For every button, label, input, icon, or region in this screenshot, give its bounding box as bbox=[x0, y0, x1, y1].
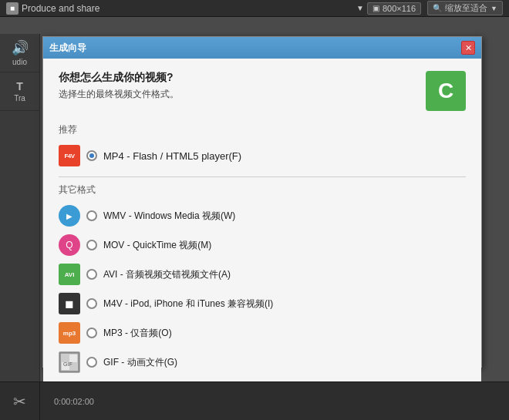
timecode: 0:00:02:00 bbox=[54, 397, 94, 406]
radio-m4v[interactable] bbox=[86, 298, 97, 309]
m4v-icon: ◼ bbox=[59, 293, 80, 314]
mov-icon-shape: Q bbox=[59, 234, 80, 256]
mp4-icon: F4V bbox=[59, 145, 80, 166]
toolbar-title: Produce and share bbox=[22, 3, 353, 14]
resolution-text: 800×116 bbox=[383, 4, 416, 13]
avi-icon: AVI bbox=[59, 264, 80, 285]
wmv-label: WMV - Windows Media 视频(W) bbox=[103, 210, 235, 223]
sidebar-item-audio[interactable]: 🔊 udio bbox=[0, 34, 39, 72]
dialog-header: 你想怎么生成你的视频? 选择生的最终视频文件格式。 C bbox=[59, 71, 466, 111]
generate-wizard-dialog: 生成向导 ✕ 你想怎么生成你的视频? 选择生的最终视频文件格式。 C 推荐 F4… bbox=[42, 36, 482, 368]
mp3-icon-shape: mp3 bbox=[59, 322, 80, 344]
gif-icon-shape: GIF bbox=[59, 351, 80, 373]
resolution-icon: ▣ bbox=[372, 4, 379, 12]
sidebar-transitions-label: Tra bbox=[14, 94, 25, 102]
dialog-subheading: 选择生的最终视频文件格式。 bbox=[59, 88, 179, 101]
m4v-label: M4V - iPod, iPhone 和 iTunes 兼容视频(I) bbox=[103, 297, 273, 311]
top-toolbar: ■ Produce and share ▼ ▣ 800×116 🔍 缩放至适合 … bbox=[0, 0, 509, 17]
sidebar-item-transitions[interactable]: T Tra bbox=[0, 72, 39, 111]
main-area: 🔊 udio T Tra 生成向导 ✕ 你想怎么生成你的视频? 选择生的最终视频… bbox=[0, 17, 509, 420]
zoom-dropdown-arrow: ▼ bbox=[490, 5, 497, 12]
gif-svg: GIF bbox=[60, 353, 79, 371]
bottom-left-icons: ✂ bbox=[0, 381, 40, 420]
radio-gif[interactable] bbox=[86, 357, 97, 368]
mp3-icon: mp3 bbox=[59, 322, 80, 344]
app-icon: ■ bbox=[6, 2, 19, 15]
section-recommend-label: 推荐 bbox=[59, 123, 466, 136]
audio-icon: 🔊 bbox=[12, 39, 29, 56]
mp4-icon-shape: F4V bbox=[59, 145, 80, 166]
bottom-toolbar: ✂ 0:00:02:00 bbox=[0, 381, 509, 420]
m4v-icon-shape: ◼ bbox=[59, 293, 80, 314]
section-other-label: 其它格式 bbox=[59, 183, 466, 197]
option-mp4-row[interactable]: F4V MP4 - Flash / HTML5 player(F) bbox=[59, 141, 466, 170]
option-m4v-row[interactable]: ◼ M4V - iPod, iPhone 和 iTunes 兼容视频(I) bbox=[59, 289, 466, 318]
zoom-badge[interactable]: 🔍 缩放至适合 ▼ bbox=[427, 1, 503, 15]
wmv-icon: ▶ bbox=[59, 205, 80, 227]
sidebar-audio-label: udio bbox=[12, 58, 27, 66]
wmv-icon-shape: ▶ bbox=[59, 205, 80, 227]
dialog-body: 你想怎么生成你的视频? 选择生的最终视频文件格式。 C 推荐 F4V MP4 -… bbox=[43, 59, 481, 408]
cut-icon: ✂ bbox=[13, 392, 26, 411]
mp4-label: MP4 - Flash / HTML5 player(F) bbox=[103, 150, 241, 162]
dialog-titlebar: 生成向导 ✕ bbox=[43, 37, 481, 59]
radio-mov[interactable] bbox=[86, 240, 97, 250]
dialog-title: 生成向导 bbox=[49, 42, 86, 55]
logo-letter: C bbox=[438, 79, 453, 103]
radio-mp4[interactable] bbox=[86, 150, 97, 161]
option-mp3-row[interactable]: mp3 MP3 - 仅音频(O) bbox=[59, 318, 466, 348]
topbar-right: ▣ 800×116 🔍 缩放至适合 ▼ bbox=[367, 1, 503, 15]
option-gif-row[interactable]: GIF GIF - 动画文件(G) bbox=[59, 348, 466, 377]
divider bbox=[59, 176, 466, 177]
dropdown-arrow[interactable]: ▼ bbox=[356, 4, 364, 12]
avi-label: AVI - 音频视频交错视频文件(A) bbox=[103, 268, 231, 281]
avi-icon-shape: AVI bbox=[59, 264, 80, 285]
dialog-header-text: 你想怎么生成你的视频? 选择生的最终视频文件格式。 bbox=[59, 71, 179, 101]
mov-label: MOV - QuickTime 视频(M) bbox=[103, 239, 211, 252]
dialog-close-button[interactable]: ✕ bbox=[461, 41, 475, 55]
gif-label: GIF - 动画文件(G) bbox=[103, 356, 177, 369]
svg-text:GIF: GIF bbox=[63, 361, 72, 367]
zoom-label: 缩放至适合 bbox=[445, 2, 487, 14]
radio-avi[interactable] bbox=[86, 269, 97, 280]
mov-icon: Q bbox=[59, 234, 80, 256]
option-wmv-row[interactable]: ▶ WMV - Windows Media 视频(W) bbox=[59, 201, 466, 230]
left-sidebar: 🔊 udio T Tra bbox=[0, 34, 40, 397]
transitions-icon: T bbox=[16, 80, 23, 92]
dialog-heading: 你想怎么生成你的视频? bbox=[59, 71, 179, 85]
camtasia-logo: C bbox=[426, 71, 466, 111]
radio-mp3[interactable] bbox=[86, 328, 97, 338]
option-avi-row[interactable]: AVI AVI - 音频视频交错视频文件(A) bbox=[59, 260, 466, 289]
option-mov-row[interactable]: Q MOV - QuickTime 视频(M) bbox=[59, 230, 466, 260]
mp3-label: MP3 - 仅音频(O) bbox=[103, 327, 172, 340]
gif-icon: GIF bbox=[59, 351, 80, 373]
zoom-icon: 🔍 bbox=[433, 4, 442, 12]
radio-wmv[interactable] bbox=[86, 210, 97, 221]
resolution-badge: ▣ 800×116 bbox=[367, 2, 421, 15]
